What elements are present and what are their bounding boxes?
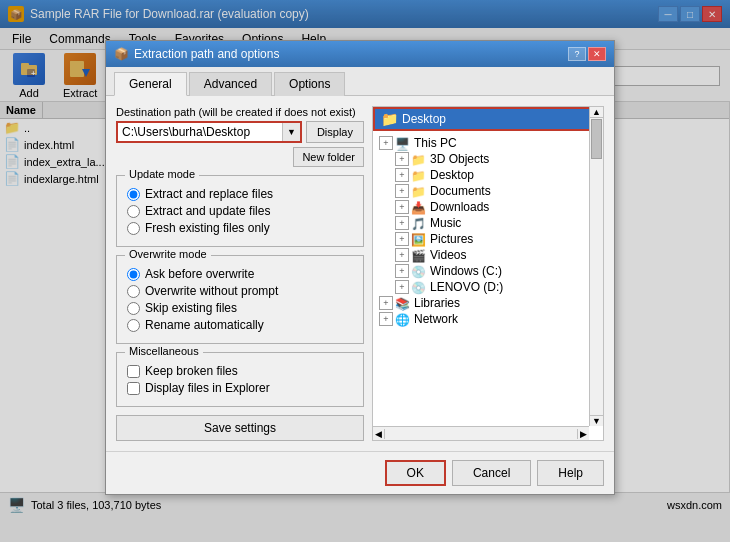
dialog-close-btn[interactable]: ✕ (588, 47, 606, 61)
radio-fresh-only-input[interactable] (127, 222, 140, 235)
dialog-overlay: 📦 Extraction path and options ? ✕ Genera… (0, 0, 730, 542)
drive-icon-c: 💿 (411, 265, 427, 277)
tree-toggle-downloads[interactable]: + (395, 200, 409, 214)
tree-label-this-pc: This PC (414, 136, 457, 150)
cancel-button[interactable]: Cancel (452, 460, 531, 486)
extraction-dialog: 📦 Extraction path and options ? ✕ Genera… (105, 40, 615, 495)
tree-label-libraries: Libraries (414, 296, 460, 310)
tree-label-lenovo-d: LENOVO (D:) (430, 280, 503, 294)
right-panel: 📁 Desktop + 🖥️ This PC (372, 106, 604, 441)
radio-fresh-only: Fresh existing files only (127, 221, 353, 235)
tree-label-desktop: Desktop (430, 168, 474, 182)
dialog-body: Destination path (will be created if doe… (106, 96, 614, 451)
save-settings-button[interactable]: Save settings (116, 415, 364, 441)
dest-input-wrap: ▼ (116, 121, 302, 143)
radio-skip-existing: Skip existing files (127, 301, 353, 315)
tree-toggle-this-pc[interactable]: + (379, 136, 393, 150)
tree-toggle-libraries[interactable]: + (379, 296, 393, 310)
tree-item-videos[interactable]: + 🎬 Videos (375, 247, 601, 263)
tab-options[interactable]: Options (274, 72, 345, 96)
tree-item-3dobjects[interactable]: + 📁 3D Objects (375, 151, 601, 167)
radio-extract-update-input[interactable] (127, 205, 140, 218)
ok-button[interactable]: OK (385, 460, 446, 486)
tree-toggle-windows-c[interactable]: + (395, 264, 409, 278)
scroll-thumb[interactable] (591, 119, 602, 159)
tree-toggle-pictures[interactable]: + (395, 232, 409, 246)
radio-extract-replace-label: Extract and replace files (145, 187, 273, 201)
dialog-title: Extraction path and options (134, 47, 279, 61)
folder-icon: 📁 (411, 153, 427, 165)
misc-title: Miscellaneous (125, 345, 203, 357)
radio-ask-overwrite: Ask before overwrite (127, 267, 353, 281)
tree-item-downloads[interactable]: + 📥 Downloads (375, 199, 601, 215)
main-window: 📦 Sample RAR File for Download.rar (eval… (0, 0, 730, 542)
radio-extract-replace-input[interactable] (127, 188, 140, 201)
tree-item-this-pc[interactable]: + 🖥️ This PC (375, 135, 601, 151)
pc-icon: 🖥️ (395, 137, 411, 149)
tree-item-pictures[interactable]: + 🖼️ Pictures (375, 231, 601, 247)
network-icon: 🌐 (395, 313, 411, 325)
tree-item-documents[interactable]: + 📁 Documents (375, 183, 601, 199)
radio-rename-auto-input[interactable] (127, 319, 140, 332)
tree-toggle-3dobjects[interactable]: + (395, 152, 409, 166)
help-button[interactable]: Help (537, 460, 604, 486)
tree-container: 📁 Desktop + 🖥️ This PC (372, 106, 604, 441)
misc-group: Miscellaneous Keep broken files Display … (116, 352, 364, 407)
tab-general[interactable]: General (114, 72, 187, 96)
new-folder-button[interactable]: New folder (293, 147, 364, 167)
radio-extract-replace: Extract and replace files (127, 187, 353, 201)
left-panel: Destination path (will be created if doe… (116, 106, 364, 441)
radio-skip-existing-input[interactable] (127, 302, 140, 315)
dest-dropdown-btn[interactable]: ▼ (282, 123, 300, 141)
dialog-help-btn[interactable]: ? (568, 47, 586, 61)
tree-item-windows-c[interactable]: + 💿 Windows (C:) (375, 263, 601, 279)
radio-fresh-only-label: Fresh existing files only (145, 221, 270, 235)
checkbox-display-explorer-label: Display files in Explorer (145, 381, 270, 395)
radio-ask-overwrite-input[interactable] (127, 268, 140, 281)
tree-item-lenovo-d[interactable]: + 💿 LENOVO (D:) (375, 279, 601, 295)
tree-item-libraries[interactable]: + 📚 Libraries (375, 295, 601, 311)
tree-label-music: Music (430, 216, 461, 230)
radio-ask-overwrite-label: Ask before overwrite (145, 267, 254, 281)
radio-overwrite-no-prompt-input[interactable] (127, 285, 140, 298)
lib-icon: 📚 (395, 297, 411, 309)
radio-rename-auto: Rename automatically (127, 318, 353, 332)
checkbox-display-explorer: Display files in Explorer (127, 381, 353, 395)
dialog-footer: OK Cancel Help (106, 451, 614, 494)
tab-advanced[interactable]: Advanced (189, 72, 272, 96)
tree-item-desktop[interactable]: + 📁 Desktop (375, 167, 601, 183)
scroll-down-btn[interactable]: ▼ (590, 415, 603, 426)
tree-item-music[interactable]: + 🎵 Music (375, 215, 601, 231)
checkbox-display-explorer-input[interactable] (127, 382, 140, 395)
checkbox-keep-broken-input[interactable] (127, 365, 140, 378)
radio-skip-existing-label: Skip existing files (145, 301, 237, 315)
update-mode-title: Update mode (125, 168, 199, 180)
folder-icon-music: 🎵 (411, 217, 427, 229)
tree-toggle-documents[interactable]: + (395, 184, 409, 198)
tree-label-videos: Videos (430, 248, 466, 262)
tree-toggle-videos[interactable]: + (395, 248, 409, 262)
dest-input-row: ▼ Display (116, 121, 364, 143)
tree-label-3dobjects: 3D Objects (430, 152, 489, 166)
tree-label-network: Network (414, 312, 458, 326)
tree-toggle-network[interactable]: + (379, 312, 393, 326)
tree-label-documents: Documents (430, 184, 491, 198)
scroll-up-btn[interactable]: ▲ (590, 107, 603, 118)
horizontal-scrollbar[interactable]: ◀ ▶ (373, 426, 589, 440)
checkbox-keep-broken-label: Keep broken files (145, 364, 238, 378)
tree-toggle-desktop[interactable]: + (395, 168, 409, 182)
tree-item-network[interactable]: + 🌐 Network (375, 311, 601, 327)
folder-icon-videos: 🎬 (411, 249, 427, 261)
destination-input[interactable] (118, 123, 282, 141)
display-button[interactable]: Display (306, 121, 364, 143)
folder-icon-downloads: 📥 (411, 201, 427, 213)
tree-label-downloads: Downloads (430, 200, 489, 214)
dialog-controls: ? ✕ (568, 47, 606, 61)
tree-toggle-music[interactable]: + (395, 216, 409, 230)
hscroll-right-btn[interactable]: ▶ (577, 429, 589, 439)
hscroll-left-btn[interactable]: ◀ (373, 429, 385, 439)
radio-overwrite-no-prompt: Overwrite without prompt (127, 284, 353, 298)
vertical-scrollbar[interactable]: ▲ ▼ (589, 107, 603, 426)
dialog-title-area: 📦 Extraction path and options (114, 47, 279, 61)
tree-toggle-lenovo-d[interactable]: + (395, 280, 409, 294)
